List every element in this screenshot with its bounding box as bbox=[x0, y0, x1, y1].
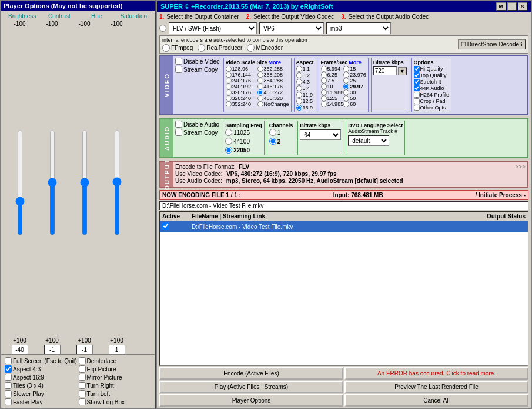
row-active-checkbox[interactable] bbox=[162, 222, 192, 231]
realproducer-radio[interactable] bbox=[198, 44, 205, 52]
scale-176-144[interactable]: 176:144 bbox=[226, 72, 257, 78]
aspect-1-1[interactable]: 1:1 bbox=[296, 66, 314, 72]
scale-480-272[interactable]: 480:272 bbox=[257, 89, 289, 95]
44kaudio-check[interactable]: 44K Audio bbox=[414, 85, 450, 91]
video-bitrate-input[interactable] bbox=[373, 66, 397, 75]
turnright-check[interactable]: Turn Right bbox=[79, 382, 152, 389]
deinterlace-checkbox[interactable] bbox=[79, 357, 86, 364]
fasterplay-check[interactable]: Faster Play bbox=[5, 398, 78, 405]
mencoder-radio-label[interactable]: MEncoder bbox=[247, 44, 283, 52]
slowerplay-check[interactable]: Slower Play bbox=[5, 390, 78, 397]
flip-checkbox[interactable] bbox=[79, 365, 86, 373]
contrast-slider[interactable] bbox=[48, 129, 56, 235]
aspect-11-9[interactable]: 11:9 bbox=[296, 92, 314, 98]
tiles-checkbox[interactable] bbox=[5, 382, 12, 389]
contrast-value[interactable] bbox=[44, 345, 61, 354]
saturation-value[interactable] bbox=[109, 345, 125, 354]
ffmpeg-radio[interactable] bbox=[162, 44, 170, 52]
scale-nochange[interactable]: NoChange bbox=[257, 101, 289, 107]
ffmpeg-radio-label[interactable]: FFmpeg bbox=[162, 44, 193, 52]
saturation-slider[interactable] bbox=[113, 129, 121, 235]
fps-23976[interactable]: 23.976 bbox=[343, 72, 366, 78]
realproducer-radio-label[interactable]: RealProducer bbox=[198, 44, 242, 52]
aspect-12-5[interactable]: 12:5 bbox=[296, 98, 314, 104]
disable-audio-checkbox[interactable] bbox=[175, 121, 182, 128]
channel-2[interactable]: 2 bbox=[269, 138, 293, 145]
more-scale-link[interactable]: More bbox=[268, 59, 281, 65]
topquality-check[interactable]: Top Quality bbox=[414, 72, 450, 78]
croppad-check[interactable]: Crop / Pad bbox=[414, 98, 450, 104]
fps-50[interactable]: 50 bbox=[343, 95, 366, 101]
hiquality-check[interactable]: Hi Quality bbox=[414, 66, 450, 72]
scale-240-192[interactable]: 240:192 bbox=[226, 84, 257, 89]
fps-60[interactable]: 60 bbox=[343, 101, 366, 107]
audio-codec-select[interactable]: mp3 bbox=[326, 22, 391, 34]
hue-value[interactable] bbox=[76, 345, 93, 354]
scale-416-176[interactable]: 416:176 bbox=[257, 84, 289, 89]
aspect169-checkbox[interactable] bbox=[5, 374, 12, 381]
video-bitrate-dropdown-btn[interactable]: ▼ bbox=[398, 67, 407, 75]
more-fps-link[interactable]: More bbox=[349, 59, 362, 65]
turnright-checkbox[interactable] bbox=[79, 382, 86, 389]
stream-copy-audio-label[interactable]: Stream Copy bbox=[175, 129, 219, 136]
fps-125[interactable]: 12.5 bbox=[321, 95, 344, 101]
brightness-value[interactable] bbox=[12, 345, 28, 354]
mencoder-radio[interactable] bbox=[247, 44, 255, 52]
fps-14985[interactable]: 14.985 bbox=[321, 101, 344, 107]
scale-384-288[interactable]: 384:288 bbox=[257, 78, 289, 84]
fps-75[interactable]: 7.5 bbox=[321, 78, 344, 84]
otheropts-check[interactable]: Other Opts bbox=[414, 105, 450, 111]
stretchit-check[interactable]: Stretch It bbox=[414, 79, 450, 85]
sampling-11025[interactable]: 11025 bbox=[225, 129, 262, 136]
showlog-checkbox[interactable] bbox=[79, 398, 86, 405]
fps-625[interactable]: 6.25 bbox=[321, 72, 344, 78]
fps-30[interactable]: 30 bbox=[343, 89, 366, 95]
slowerplay-checkbox[interactable] bbox=[5, 390, 12, 397]
fullscreen-check[interactable]: Full Screen (Esc to Quit) bbox=[5, 357, 78, 364]
aspect169-check[interactable]: Aspect 16:9 bbox=[5, 374, 78, 381]
stream-copy-audio-checkbox[interactable] bbox=[175, 129, 182, 136]
play-active-button[interactable]: Play (Active Files | Streams) bbox=[159, 381, 343, 393]
disable-video-label[interactable]: Disable Video bbox=[175, 58, 220, 65]
aspect-5-4[interactable]: 5:4 bbox=[296, 85, 314, 91]
tiles-check[interactable]: Tiles (3 x 4) bbox=[5, 382, 78, 389]
fasterplay-checkbox[interactable] bbox=[5, 398, 12, 405]
fps-10[interactable]: 10 bbox=[321, 84, 344, 89]
cancel-all-button[interactable]: Cancel All bbox=[344, 394, 528, 407]
turnleft-check[interactable]: Turn Left bbox=[79, 390, 152, 397]
channel-1[interactable]: 1 bbox=[269, 129, 293, 136]
scale-320-176[interactable]: 320:176 bbox=[226, 89, 257, 95]
scale-368-208[interactable]: 368:208 bbox=[257, 72, 289, 78]
aspect43-checkbox[interactable] bbox=[5, 365, 12, 373]
close-button[interactable]: ✕ bbox=[518, 2, 527, 11]
fullscreen-checkbox[interactable] bbox=[5, 357, 12, 364]
flip-check[interactable]: Flip Picture bbox=[79, 365, 152, 373]
directshow-button[interactable]: ☐ DirectShow Decode ℹ bbox=[458, 39, 526, 49]
brightness-slider[interactable] bbox=[16, 129, 24, 235]
aspect-3-2[interactable]: 3:2 bbox=[296, 72, 314, 78]
mirror-checkbox[interactable] bbox=[79, 374, 86, 381]
fps-11988[interactable]: 11.988 bbox=[321, 89, 344, 95]
error-text-display[interactable]: An ERROR has occurred. Click to read mor… bbox=[344, 367, 528, 380]
aspect-4-3[interactable]: 4:3 bbox=[296, 79, 314, 85]
player-options-button[interactable]: Player Options bbox=[159, 394, 343, 407]
mirror-check[interactable]: Mirror Picture bbox=[79, 374, 152, 381]
disable-audio-label[interactable]: Disable Audio bbox=[175, 121, 219, 128]
container-select[interactable]: FLV / SWF (Flash) bbox=[169, 22, 257, 34]
sampling-44100[interactable]: 44100 bbox=[225, 138, 262, 145]
scale-480-320[interactable]: 480:320 bbox=[257, 95, 289, 101]
video-codec-select[interactable]: VP6 bbox=[259, 22, 324, 34]
fps-2997[interactable]: 29.97 bbox=[343, 84, 366, 89]
hue-slider[interactable] bbox=[81, 129, 89, 235]
container-radio[interactable] bbox=[159, 25, 166, 32]
scale-320-240[interactable]: 320:240 bbox=[226, 95, 257, 101]
scale-352-240[interactable]: 352:240 bbox=[226, 101, 257, 107]
aspect-16-9[interactable]: 16:9 bbox=[296, 105, 314, 111]
stream-copy-video-checkbox[interactable] bbox=[175, 66, 182, 73]
turnleft-checkbox[interactable] bbox=[79, 390, 86, 397]
showlog-check[interactable]: Show Log Box bbox=[79, 398, 152, 405]
scale-352-288[interactable]: 352:288 bbox=[257, 66, 289, 72]
h264profile-check[interactable]: H264 Profile bbox=[414, 92, 450, 98]
aspect43-check[interactable]: Aspect 4:3 bbox=[5, 365, 78, 373]
m-button[interactable]: M bbox=[496, 2, 507, 11]
